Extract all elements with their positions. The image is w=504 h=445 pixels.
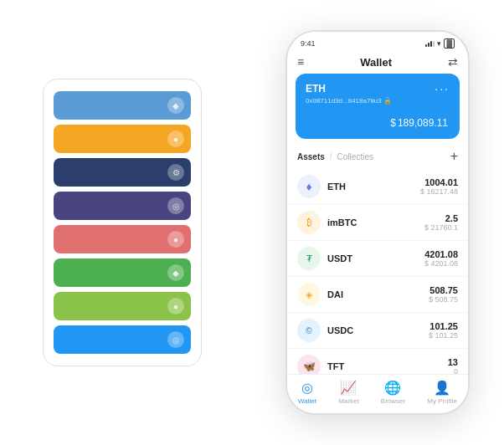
scene: ◆ ● ⚙ ◎ ● ◆ ● ◎ 9:41 <box>9 9 495 436</box>
tab-collecties[interactable]: Collecties <box>337 152 373 161</box>
nav-item-profile[interactable]: 👤 My Profile <box>427 380 457 405</box>
assets-section: Assets / Collecties + ♦ ETH 1004.01 $ 16… <box>287 146 468 374</box>
asset-list: ♦ ETH 1004.01 $ 16217.48 ₿ imBTC 2.5 $ 2… <box>287 169 468 374</box>
stack-row-icon-4: ◎ <box>167 197 184 214</box>
dai-icon: ◈ <box>297 283 321 306</box>
asset-item-eth[interactable]: ♦ ETH 1004.01 $ 16217.48 <box>287 169 468 205</box>
browser-nav-label: Browser <box>381 397 405 405</box>
dai-primary: 508.75 <box>429 285 458 295</box>
status-icons: ▾ ▓ <box>425 38 455 49</box>
stack-row-icon-7: ● <box>167 298 184 315</box>
stack-row-icon-2: ● <box>167 130 184 147</box>
tft-icon: 🦋 <box>297 355 321 374</box>
eth-card[interactable]: ETH ··· 0x08711d3d...8418a78u3 🔒 $189,08… <box>296 74 460 139</box>
phone-frame: 9:41 ▾ ▓ ≡ Wallet ⇄ ETH ··· 0x0871 <box>285 30 470 415</box>
menu-icon[interactable]: ≡ <box>297 55 304 69</box>
asset-item-dai[interactable]: ◈ DAI 508.75 $ 508.75 <box>287 277 468 313</box>
tft-amounts: 13 0 <box>448 357 458 374</box>
nav-item-market[interactable]: 📈 Market <box>338 380 358 405</box>
profile-nav-icon: 👤 <box>434 380 450 396</box>
profile-nav-label: My Profile <box>427 397 457 405</box>
stack-row-icon-5: ● <box>167 231 184 248</box>
nav-item-wallet[interactable]: ◎ Wallet <box>298 380 316 405</box>
wifi-icon: ▾ <box>437 39 441 48</box>
tft-primary: 13 <box>448 357 458 367</box>
battery-icon: ▓ <box>444 38 455 49</box>
eth-card-top: ETH ··· <box>306 82 450 95</box>
market-nav-label: Market <box>338 397 358 405</box>
stack-row-2: ● <box>54 125 191 153</box>
add-asset-button[interactable]: + <box>450 149 458 164</box>
usdc-icon: © <box>297 319 321 342</box>
asset-item-usdc[interactable]: © USDC 101.25 $ 101.25 <box>287 313 468 349</box>
usdc-primary: 101.25 <box>429 321 458 331</box>
tft-name: TFT <box>327 361 448 371</box>
usdc-name: USDC <box>327 325 429 335</box>
stack-row-3: ⚙ <box>54 158 191 187</box>
eth-secondary: $ 16217.48 <box>420 187 458 196</box>
stack-row-7: ● <box>54 292 191 320</box>
signal-icon <box>425 40 435 47</box>
eth-amounts: 1004.01 $ 16217.48 <box>420 177 458 196</box>
wallet-nav-label: Wallet <box>298 397 316 405</box>
phone-header: ≡ Wallet ⇄ <box>287 52 468 74</box>
asset-item-tft[interactable]: 🦋 TFT 13 0 <box>287 349 468 374</box>
dai-amounts: 508.75 $ 508.75 <box>429 285 458 304</box>
imbtc-icon: ₿ <box>297 211 321 234</box>
usdc-amounts: 101.25 $ 101.25 <box>429 321 458 340</box>
stack-row-8: ◎ <box>54 325 191 354</box>
scan-icon[interactable]: ⇄ <box>448 55 458 69</box>
stack-row-6: ◆ <box>54 258 191 287</box>
usdt-amounts: 4201.08 $ 4201.08 <box>424 249 458 268</box>
assets-tabs: Assets / Collecties <box>297 152 373 161</box>
eth-card-symbol: ETH <box>306 83 326 95</box>
imbtc-secondary: $ 21760.1 <box>424 223 458 232</box>
balance-prefix: $ <box>390 117 396 129</box>
tft-secondary: 0 <box>448 367 458 374</box>
nav-item-browser[interactable]: 🌐 Browser <box>381 380 405 405</box>
wallet-nav-icon: ◎ <box>301 380 313 396</box>
eth-icon: ♦ <box>297 175 321 198</box>
dai-name: DAI <box>327 289 429 299</box>
page-title: Wallet <box>360 56 392 69</box>
dai-secondary: $ 508.75 <box>429 295 458 304</box>
status-bar: 9:41 ▾ ▓ <box>301 38 455 49</box>
stack-row-icon-6: ◆ <box>167 264 184 281</box>
eth-card-menu[interactable]: ··· <box>435 82 450 95</box>
balance-amount: 189,089.11 <box>398 117 448 129</box>
stack-row-icon-8: ◎ <box>167 331 184 348</box>
market-nav-icon: 📈 <box>340 380 357 396</box>
usdt-primary: 4201.08 <box>424 249 458 259</box>
usdt-name: USDT <box>327 253 424 263</box>
usdc-secondary: $ 101.25 <box>429 331 458 340</box>
eth-primary: 1004.01 <box>420 177 458 187</box>
card-stack: ◆ ● ⚙ ◎ ● ◆ ● ◎ <box>43 79 202 366</box>
stack-row-1: ◆ <box>54 91 191 120</box>
stack-row-5: ● <box>54 225 191 253</box>
usdt-secondary: $ 4201.08 <box>424 259 458 268</box>
eth-name: ETH <box>327 182 420 192</box>
stack-row-4: ◎ <box>54 192 191 220</box>
eth-card-balance: $189,089.11 <box>306 111 450 130</box>
asset-item-usdt[interactable]: ₮ USDT 4201.08 $ 4201.08 <box>287 241 468 277</box>
asset-item-imbtc[interactable]: ₿ imBTC 2.5 $ 21760.1 <box>287 205 468 241</box>
phone-notch-area: 9:41 ▾ ▓ <box>287 32 468 52</box>
eth-card-address: 0x08711d3d...8418a78u3 🔒 <box>306 97 450 105</box>
status-time: 9:41 <box>301 39 316 48</box>
imbtc-name: imBTC <box>327 217 424 228</box>
stack-row-icon-1: ◆ <box>167 97 184 114</box>
bottom-nav: ◎ Wallet 📈 Market 🌐 Browser 👤 My Profile <box>287 374 468 413</box>
tab-assets[interactable]: Assets <box>297 152 325 161</box>
usdt-icon: ₮ <box>297 247 321 270</box>
assets-header: Assets / Collecties + <box>287 146 468 169</box>
imbtc-primary: 2.5 <box>424 213 458 223</box>
imbtc-amounts: 2.5 $ 21760.1 <box>424 213 458 232</box>
tab-divider: / <box>330 152 332 161</box>
browser-nav-icon: 🌐 <box>384 380 401 396</box>
stack-row-icon-3: ⚙ <box>167 164 184 181</box>
